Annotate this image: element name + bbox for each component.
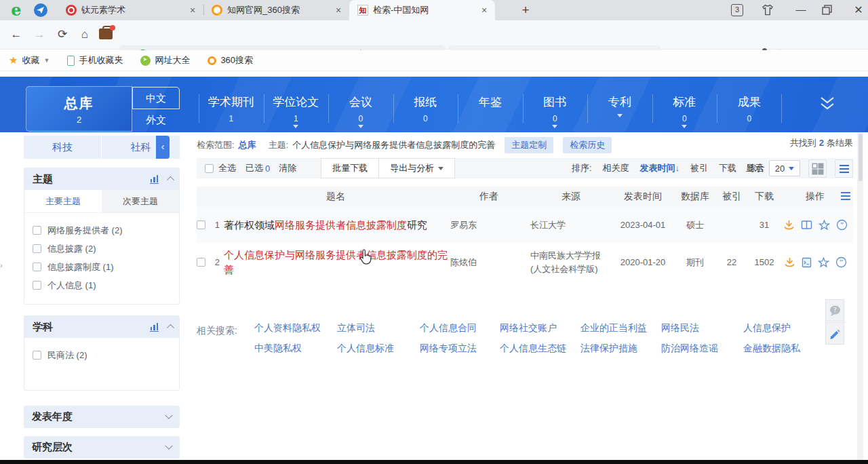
subtab-主要主题[interactable]: 主要主题 <box>24 190 102 212</box>
bookmark-caret-icon[interactable]: ▼ <box>43 57 50 64</box>
facet-checkbox[interactable] <box>33 263 41 271</box>
download-icon[interactable] <box>784 257 795 268</box>
related-search-link[interactable]: 立体司法 <box>337 321 420 335</box>
main-database-tab[interactable]: 总库 2 <box>26 86 132 132</box>
scrollbar-thumb[interactable] <box>859 134 863 181</box>
expand-chevron-icon[interactable] <box>165 411 172 419</box>
facet-checkbox[interactable] <box>33 281 41 290</box>
select-all-label[interactable]: 全选 <box>218 162 236 174</box>
facet-item[interactable]: 民商法 (2) <box>33 346 171 364</box>
sort-option-相关度[interactable]: 相关度 <box>603 162 629 174</box>
db-nav-dropdown-icon[interactable] <box>617 114 623 117</box>
bookmark-item[interactable]: 手机收藏夹 <box>67 54 123 66</box>
related-search-link[interactable]: 法律保护措施 <box>580 341 661 355</box>
db-nav-报纸[interactable]: 报纸0 <box>393 86 458 132</box>
favorite-icon[interactable] <box>818 257 829 268</box>
sidebar-collapse-button[interactable]: ‹ <box>156 136 170 159</box>
related-search-link[interactable]: 网络专项立法 <box>420 341 500 355</box>
list-view-icon[interactable] <box>835 159 853 178</box>
select-all-checkbox[interactable] <box>205 164 214 173</box>
db-nav-dropdown-icon[interactable] <box>682 125 687 128</box>
result-source[interactable]: 中南民族大学学报(人文社会科学版) <box>530 249 612 276</box>
db-nav-成果[interactable]: 成果0 <box>717 86 782 132</box>
theme-skin-icon[interactable] <box>761 3 774 20</box>
search-history-button[interactable]: 检索历史 <box>563 137 612 153</box>
download-icon[interactable] <box>783 220 795 231</box>
topic-custom-button[interactable]: 主题定制 <box>505 137 553 153</box>
row-checkbox[interactable] <box>197 258 205 267</box>
window-close-button[interactable]: ✕ <box>850 1 867 19</box>
db-nav-dropdown-icon[interactable] <box>552 125 557 128</box>
db-nav-标准[interactable]: 标准0 <box>652 86 717 132</box>
facet-checkbox[interactable] <box>33 351 41 360</box>
page-size-select[interactable]: 20 <box>769 160 800 176</box>
tab-close-icon[interactable]: × <box>333 5 344 16</box>
back-icon[interactable]: ← <box>8 26 24 43</box>
clear-selection-button[interactable]: 清除 <box>279 162 296 174</box>
tab-close-icon[interactable]: × <box>187 5 198 16</box>
result-author[interactable]: 罗易东 <box>448 219 530 231</box>
result-title-link[interactable]: 个人信息保护与网络服务提供者信息披露制度的完善 <box>224 248 448 277</box>
lang-tab-chinese[interactable]: 中文 <box>132 87 180 109</box>
page-scrollbar[interactable] <box>857 132 863 460</box>
result-downloads[interactable]: 31 <box>747 220 781 230</box>
related-search-link[interactable]: 网络社交账户 <box>500 321 580 335</box>
facet-checkbox[interactable] <box>33 226 41 235</box>
html-read-icon[interactable] <box>802 257 812 268</box>
row-checkbox[interactable] <box>197 220 205 229</box>
browser-tab[interactable]: 知网官网_360搜索× <box>203 0 349 20</box>
db-nav-dropdown-icon[interactable] <box>293 125 298 128</box>
facet-checkbox[interactable] <box>33 244 41 253</box>
bar-chart-icon[interactable] <box>150 323 159 332</box>
related-search-link[interactable]: 个人信息生态链 <box>500 341 580 355</box>
forward-icon[interactable]: → <box>31 26 47 43</box>
facet-item[interactable]: 信息披露 (2) <box>33 239 171 258</box>
edit-note-button[interactable] <box>825 322 844 345</box>
result-cited[interactable]: 22 <box>716 257 747 267</box>
home-icon[interactable]: ⌂ <box>77 26 93 43</box>
tab-count-button[interactable]: 3 <box>731 4 743 16</box>
window-minimize-button[interactable]: — <box>792 1 810 19</box>
browser-tab[interactable]: 知检索-中国知网× <box>349 0 495 20</box>
bookmark-item[interactable]: 网址大全 <box>140 54 190 66</box>
tab-close-icon[interactable]: × <box>479 5 490 16</box>
panel-expander-icon[interactable]: › <box>0 261 3 269</box>
bookmark-item[interactable]: 360搜索 <box>208 54 253 66</box>
facet-section-发表年度[interactable]: 发表年度 <box>24 406 180 428</box>
related-search-link[interactable]: 个人资料隐私权 <box>254 321 337 335</box>
related-search-link[interactable]: 企业的正当利益 <box>580 321 661 335</box>
related-search-link[interactable]: 人信息保护 <box>743 321 800 335</box>
result-downloads[interactable]: 1502 <box>747 257 781 267</box>
category-tab-科技[interactable]: 科技 <box>24 136 102 159</box>
db-nav-学位论文[interactable]: 学位论文1 <box>264 86 329 132</box>
sort-option-被引[interactable]: 被引 <box>690 162 708 174</box>
related-search-link[interactable]: 个人信息标准 <box>337 341 420 355</box>
export-analyze-button[interactable]: 导出与分析 <box>379 158 455 178</box>
db-nav-会议[interactable]: 会议0 <box>328 86 393 132</box>
db-nav-dropdown-icon[interactable] <box>358 125 363 128</box>
sort-option-下载[interactable]: 下载 <box>719 162 736 174</box>
lang-tab-foreign[interactable]: 外文 <box>132 109 180 132</box>
bar-chart-icon[interactable] <box>150 175 159 184</box>
help-feedback-button[interactable]: ? <box>825 299 844 322</box>
browser-account-icon[interactable] <box>34 3 47 17</box>
db-nav-年鉴[interactable]: 年鉴 <box>458 86 523 132</box>
grid-view-icon[interactable] <box>808 159 827 178</box>
facet-item[interactable]: 个人信息 (1) <box>33 276 171 294</box>
result-author[interactable]: 陈炫伯 <box>448 256 530 269</box>
result-title-link[interactable]: 著作权领域网络服务提供者信息披露制度研究 <box>224 218 448 233</box>
column-settings-icon[interactable] <box>841 192 850 202</box>
favorites-bag-icon[interactable] <box>99 28 113 39</box>
db-nav-图书[interactable]: 图书0 <box>523 86 588 132</box>
batch-download-button[interactable]: 批量下载 <box>321 158 379 178</box>
cite-icon[interactable]: ” <box>835 256 847 268</box>
facet-item[interactable]: 信息披露制度 (1) <box>33 258 171 276</box>
collapse-chevron-icon[interactable] <box>167 324 174 332</box>
related-search-link[interactable]: 个人信息合同 <box>420 321 500 335</box>
read-online-icon[interactable] <box>801 220 812 230</box>
browser-360-logo-icon[interactable]: e <box>8 2 24 18</box>
related-search-link[interactable]: 金融数据隐私 <box>743 341 800 355</box>
refresh-icon[interactable]: ⟳ <box>54 26 71 43</box>
browser-tab[interactable]: 钛元素学术× <box>58 0 203 20</box>
db-nav-学术期刊[interactable]: 学术期刊1 <box>199 86 264 132</box>
